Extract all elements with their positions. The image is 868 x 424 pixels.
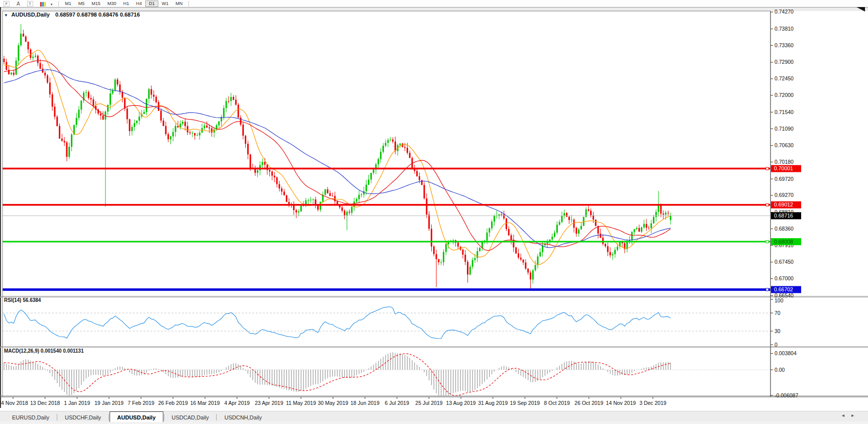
- hline-handle[interactable]: [766, 167, 768, 170]
- date-tick-label: 26 Oct 2019: [574, 400, 603, 406]
- timeframe-h1-button[interactable]: H1: [120, 1, 133, 7]
- tab-separator: [109, 414, 109, 420]
- tab-usdcnh[interactable]: USDCNH,Daily: [217, 413, 269, 422]
- timeframe-m15-button[interactable]: M15: [88, 1, 104, 7]
- ohlc-values: 0.68597 0.68798 0.68476 0.68716: [55, 12, 140, 18]
- timeframe-m1-button[interactable]: M1: [61, 1, 75, 7]
- svg-text:0.73810: 0.73810: [775, 26, 794, 32]
- date-tick-label: 30 May 2019: [318, 400, 348, 406]
- indicators-grid-icon[interactable]: F: [4, 1, 10, 7]
- timeframe-m30-button[interactable]: M30: [104, 1, 120, 7]
- tab-usdchf[interactable]: USDCHF,Daily: [58, 413, 108, 422]
- timeframe-d1-button[interactable]: D1: [145, 1, 158, 7]
- svg-text:0.67000: 0.67000: [775, 275, 794, 281]
- svg-text:0.74270: 0.74270: [775, 9, 794, 15]
- date-tick-label: 1 Jan 2019: [64, 400, 90, 406]
- toolbar-separator: [58, 1, 59, 7]
- timeframe-m5-button[interactable]: M5: [75, 1, 88, 7]
- rsi-indicator-label: RSI(14) 56.6384: [4, 297, 41, 303]
- hline-handle[interactable]: [766, 288, 768, 291]
- hline-price-label: 0.68008: [771, 238, 801, 245]
- tab-eurusd[interactable]: EURUSD,Daily: [5, 413, 56, 422]
- date-tick-label: 18 Jun 2019: [350, 400, 379, 406]
- tab-audusd[interactable]: AUDUSD,Daily: [110, 411, 163, 422]
- svg-text:0.71540: 0.71540: [775, 109, 794, 115]
- svg-text:70: 70: [775, 310, 781, 316]
- date-tick-label: 6 Jul 2019: [385, 400, 410, 406]
- tab-separator: [216, 414, 217, 420]
- svg-text:0.68360: 0.68360: [775, 226, 794, 232]
- date-tick-label: 13 Aug 2019: [446, 400, 476, 406]
- text-tool-icon[interactable]: T: [27, 1, 33, 7]
- collapse-triangle-icon[interactable]: ▼: [4, 13, 8, 18]
- date-tick-label: 19 Sep 2019: [510, 400, 540, 406]
- date-tick-label: 26 Feb 2019: [158, 400, 188, 406]
- svg-text:-0.006087: -0.006087: [775, 392, 798, 398]
- chart-tab-bar: EURUSD,DailyUSDCHF,DailyAUDUSD,DailyUSDC…: [0, 411, 868, 422]
- svg-text:0.70180: 0.70180: [775, 159, 794, 165]
- mt4-window: F A T ▾ M1M5M15M30H1H4D1W1MN 0.742700.73…: [0, 0, 868, 424]
- date-tick-label: 8 Oct 2019: [544, 400, 570, 406]
- svg-text:0.73360: 0.73360: [775, 42, 794, 48]
- chart-tab-strip: EURUSD,DailyUSDCHF,DailyAUDUSD,DailyUSDC…: [0, 408, 868, 424]
- svg-text:0.72900: 0.72900: [775, 59, 794, 65]
- svg-text:0.003804: 0.003804: [775, 350, 797, 356]
- current-price-label: 0.68716: [771, 212, 801, 219]
- date-tick-label: 11 May 2019: [286, 400, 316, 406]
- colors-crayons-icon[interactable]: [40, 1, 46, 7]
- date-tick-label: 13 Dec 2018: [30, 400, 60, 406]
- tab-usdcad[interactable]: USDCAD,Daily: [165, 413, 216, 422]
- date-tick-label: 16 Mar 2019: [190, 400, 220, 406]
- date-tick-label: 23 Apr 2019: [255, 400, 283, 406]
- tab-scroll-arrows: ◂▸: [842, 412, 861, 418]
- chart-shift-marker-icon[interactable]: [856, 7, 865, 12]
- hline-handle[interactable]: [766, 241, 768, 243]
- svg-text:0.70001: 0.70001: [774, 165, 793, 171]
- top-toolbar: F A T ▾ M1M5M15M30H1H4D1W1MN: [0, 0, 868, 8]
- hline-price-label: 0.66702: [771, 286, 801, 293]
- date-tick-label: 14 Nov 2019: [606, 400, 636, 406]
- svg-text:0.69720: 0.69720: [775, 176, 794, 182]
- timeframe-w1-button[interactable]: W1: [158, 1, 172, 7]
- date-tick-label: 3 Dec 2019: [639, 400, 666, 406]
- svg-text:0.72000: 0.72000: [775, 92, 794, 98]
- tab-separator: [57, 414, 57, 420]
- svg-text:0.68008: 0.68008: [774, 239, 793, 245]
- tab-scroll-left-icon[interactable]: ◂: [842, 412, 851, 418]
- chart-title: ▼ AUDUSD,Daily 0.68597 0.68798 0.68476 0…: [4, 12, 140, 18]
- hline-handle[interactable]: [766, 203, 768, 206]
- svg-text:0.68716: 0.68716: [774, 213, 793, 219]
- timeframe-h4-button[interactable]: H4: [133, 1, 146, 7]
- date-tick-label: 19 Jan 2019: [94, 400, 124, 406]
- symbol-period-label: AUDUSD,Daily: [12, 12, 50, 18]
- tab-separator: [164, 414, 164, 420]
- svg-text:0.71090: 0.71090: [775, 126, 794, 132]
- macd-indicator-label: MACD(12,26,9) 0.001540 0.001131: [4, 348, 83, 354]
- cursor-arrow-icon[interactable]: A: [17, 1, 20, 7]
- svg-text:0.00: 0.00: [775, 367, 785, 373]
- date-tick-label: 31 Aug 2019: [478, 400, 508, 406]
- dropdown-caret-icon[interactable]: ▾: [51, 1, 53, 7]
- svg-text:100: 100: [775, 297, 784, 303]
- svg-text:0: 0: [775, 342, 778, 348]
- svg-text:0.66702: 0.66702: [774, 286, 793, 292]
- date-tick-label: 25 Jul 2019: [415, 400, 442, 406]
- timeframe-mn-button[interactable]: MN: [172, 1, 186, 7]
- svg-text:0.72450: 0.72450: [775, 75, 794, 81]
- hline-price-label: 0.70001: [771, 165, 801, 172]
- timeframe-button-group: M1M5M15M30H1H4D1W1MN: [61, 1, 186, 7]
- date-tick-label: 4 Apr 2019: [224, 400, 250, 406]
- date-tick-label: 24 Nov 2018: [0, 400, 28, 406]
- date-tick-label: 7 Feb 2019: [128, 400, 154, 406]
- svg-text:0.69012: 0.69012: [774, 201, 793, 207]
- hline-price-label: 0.69012: [771, 201, 801, 208]
- svg-text:30: 30: [775, 328, 781, 334]
- svg-text:0.70630: 0.70630: [775, 142, 794, 148]
- svg-text:0.69270: 0.69270: [775, 192, 794, 198]
- chart-surface[interactable]: 0.742700.738100.733600.729000.724500.720…: [0, 7, 868, 408]
- tab-scroll-right-icon[interactable]: ▸: [851, 412, 861, 418]
- svg-text:0.67450: 0.67450: [775, 259, 794, 265]
- toolbar-separator: [188, 1, 189, 7]
